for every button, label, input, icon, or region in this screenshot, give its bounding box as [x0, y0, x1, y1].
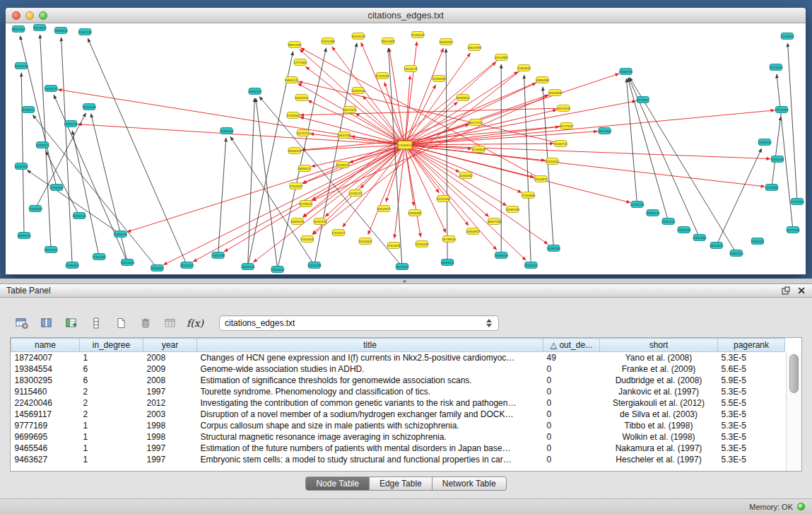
- table-cell[interactable]: Stergiakouli et al. (2012): [600, 397, 718, 409]
- table-cell[interactable]: Estimation of significance thresholds fo…: [197, 375, 543, 386]
- graph-edge[interactable]: [788, 43, 797, 201]
- graph-node[interactable]: 19245012: [524, 262, 539, 269]
- table-cell[interactable]: Estimation of the future numbers of pati…: [197, 443, 543, 454]
- table-cell[interactable]: 0: [543, 431, 600, 443]
- table-cell[interactable]: 0: [543, 409, 600, 420]
- table-cell[interactable]: 9465546: [11, 443, 80, 454]
- graph-node[interactable]: 9274931: [637, 97, 649, 103]
- table-cell[interactable]: 5.6E-5: [718, 363, 785, 375]
- table-cell[interactable]: 2: [80, 409, 143, 420]
- table-source-select[interactable]: citations_edges.txt: [219, 315, 499, 331]
- table-cell[interactable]: 9115460: [11, 386, 80, 397]
- function-builder-icon[interactable]: f(x): [186, 315, 204, 332]
- table-row[interactable]: 1872400712008Changes of HCN gene express…: [11, 352, 785, 363]
- table-cell[interactable]: 49: [543, 352, 600, 363]
- graph-node[interactable]: 14132952: [14, 163, 28, 170]
- graph-node[interactable]: 11254419: [411, 32, 425, 38]
- show-columns-icon[interactable]: [37, 315, 56, 332]
- graph-node[interactable]: 14935957: [408, 210, 422, 216]
- graph-node[interactable]: 16118302: [33, 25, 47, 31]
- graph-edge[interactable]: [91, 114, 128, 262]
- graph-edge[interactable]: [777, 74, 793, 230]
- graph-node[interactable]: 16640910: [439, 39, 453, 45]
- table-cell[interactable]: 5.3E-5: [718, 386, 785, 397]
- graph-node[interactable]: 12554201: [271, 267, 285, 273]
- graph-node[interactable]: 15134457: [415, 241, 429, 247]
- close-panel-icon[interactable]: ✕: [797, 286, 806, 295]
- table-cell[interactable]: 2012: [143, 397, 197, 409]
- graph-node[interactable]: 15134903: [780, 33, 794, 40]
- graph-node[interactable]: 13530917: [151, 265, 165, 271]
- graph-node[interactable]: 16329371: [35, 142, 49, 148]
- table-row[interactable]: 946554611997Estimation of the future num…: [11, 443, 785, 454]
- graph-node[interactable]: 15955812: [456, 95, 470, 101]
- table-cell[interactable]: 5.3E-5: [718, 420, 785, 431]
- graph-node[interactable]: 14522105: [241, 264, 255, 270]
- table-cell[interactable]: 5.3E-5: [718, 431, 785, 443]
- import-table-icon[interactable]: [161, 315, 180, 332]
- graph-node[interactable]: 12213987: [494, 54, 508, 61]
- table-cell[interactable]: 2008: [143, 375, 197, 386]
- table-row[interactable]: 946362711997Embryonic stem cells: a mode…: [11, 454, 785, 465]
- table-row[interactable]: 911546021997Tourette syndrome. Phenomeno…: [11, 386, 785, 397]
- graph-node[interactable]: 18936171: [298, 165, 312, 172]
- graph-node[interactable]: 14281220: [661, 218, 676, 225]
- table-cell[interactable]: 0: [543, 420, 600, 431]
- graph-node[interactable]: 17652293: [211, 252, 225, 259]
- table-cell[interactable]: 1998: [143, 420, 197, 431]
- graph-node[interactable]: 17101442: [92, 254, 106, 260]
- graph-edge[interactable]: [405, 145, 765, 187]
- graph-node[interactable]: 20110244: [83, 104, 97, 110]
- panel-splitter[interactable]: [0, 279, 812, 284]
- graph-edge[interactable]: [717, 148, 762, 245]
- column-header-in-degree[interactable]: in_degree: [80, 339, 143, 352]
- graph-node[interactable]: 18861121: [285, 77, 299, 83]
- graph-edge[interactable]: [405, 101, 636, 145]
- table-cell[interactable]: 2009: [143, 363, 197, 375]
- table-cell[interactable]: Changes of HCN gene expression and I(f) …: [197, 352, 543, 363]
- table-cell[interactable]: 1997: [143, 386, 197, 397]
- table-cell[interactable]: 1998: [143, 431, 197, 443]
- tab-edge-table[interactable]: Edge Table: [370, 477, 433, 491]
- graph-edge[interactable]: [27, 170, 120, 234]
- zoom-window-button[interactable]: [39, 11, 47, 20]
- graph-edge[interactable]: [224, 145, 405, 252]
- graph-edge[interactable]: [248, 98, 255, 267]
- graph-edge[interactable]: [127, 145, 405, 232]
- graph-edge[interactable]: [360, 145, 405, 188]
- table-cell[interactable]: 0: [543, 386, 600, 397]
- graph-node[interactable]: 18351904: [11, 26, 25, 33]
- graph-node[interactable]: 15990115: [73, 213, 87, 219]
- graph-node[interactable]: 16777417: [560, 123, 574, 129]
- graph-node[interactable]: 13210621: [546, 158, 560, 165]
- graph-node[interactable]: 11452159: [78, 29, 93, 35]
- table-cell[interactable]: Genome-wide association studies in ADHD.: [197, 363, 543, 375]
- column-header-title[interactable]: title: [197, 339, 543, 352]
- table-cell[interactable]: Embryonic stem cells: a model to study s…: [197, 454, 543, 465]
- graph-node[interactable]: 17553227: [289, 183, 303, 189]
- network-view-window[interactable]: citations_edges.txt 17240614188120441277…: [5, 7, 806, 275]
- graph-edge[interactable]: [248, 52, 293, 267]
- table-cell[interactable]: 19384554: [11, 363, 80, 375]
- table-cell[interactable]: 1: [80, 431, 143, 443]
- graph-node[interactable]: 19457265: [337, 132, 351, 139]
- graph-edge[interactable]: [163, 145, 405, 265]
- graph-edge[interactable]: [405, 145, 770, 159]
- graph-edge[interactable]: [21, 73, 24, 235]
- table-settings-icon[interactable]: [13, 315, 31, 332]
- table-cell[interactable]: Investigating the contribution of common…: [197, 397, 543, 409]
- graph-edge[interactable]: [363, 96, 405, 145]
- table-row[interactable]: 1938455462009Genome-wide association stu…: [11, 363, 785, 375]
- network-canvas-svg[interactable]: 1724061418812044127758411886112116055110…: [6, 23, 806, 274]
- graph-node[interactable]: 16926370: [290, 218, 305, 225]
- graph-node[interactable]: 12090424: [65, 262, 79, 269]
- network-canvas[interactable]: 1724061418812044127758411886112116055110…: [6, 23, 806, 274]
- graph-edge[interactable]: [308, 100, 405, 145]
- graph-node[interactable]: 17614411: [387, 243, 401, 249]
- graph-node[interactable]: 15854972: [466, 228, 480, 235]
- graph-node[interactable]: 17623471: [331, 230, 346, 236]
- column-header-out-de-[interactable]: △ out_de...: [543, 339, 600, 352]
- table-cell[interactable]: 0: [543, 375, 600, 386]
- graph-node[interactable]: 14351420: [770, 156, 784, 163]
- graph-node[interactable]: 16791293: [630, 201, 645, 208]
